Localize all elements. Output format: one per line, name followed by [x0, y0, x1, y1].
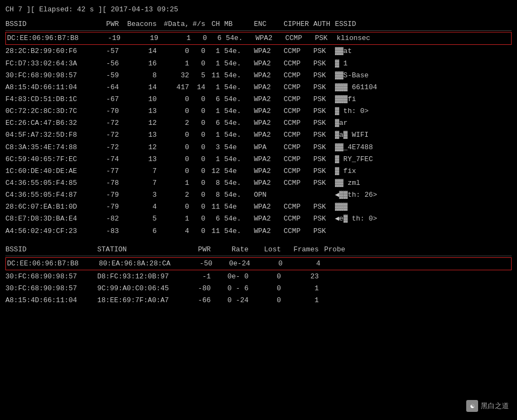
ap-cell-mb: 54e.: [224, 106, 254, 117]
ap-cell-auth: PSK: [313, 94, 335, 105]
ap-cell-enc: WPA2: [254, 202, 284, 212]
ap-cell-pwr: -72: [97, 142, 124, 153]
ap-cell-bssid: C8:E7:D8:3D:BA:E4: [5, 214, 97, 224]
ap-cell-enc: WPA2: [254, 130, 284, 141]
ap-table-row: C8:3A:35:4E:74:88 -72 12 0 0 3 54e WPA C…: [5, 142, 512, 154]
ap-table-row: FC:D7:33:02:64:3A -56 16 1 0 1 54e. WPA2…: [5, 58, 512, 70]
ap-cell-essid: ◀e▓ th: 0>: [335, 214, 512, 224]
ap-cell-mb: 54e.: [224, 82, 254, 93]
ap-cell-mb: 54e: [224, 202, 254, 212]
ap-cell-bssid: F4:83:CD:51:DB:1C: [5, 94, 97, 105]
ap-cell-data: 0: [162, 106, 192, 117]
ap-cell-beacons: 3: [124, 190, 162, 201]
ap-cell-bssid: 28:6C:07:EA:B1:0D: [5, 202, 97, 212]
ap-cell-data: 0: [162, 142, 192, 153]
st-cell-station: 9C:99:A0:C0:06:45: [97, 283, 189, 294]
ap-cell-essid: ▓ 1: [335, 58, 512, 69]
ap-cell-beacons: 19: [126, 33, 164, 44]
ap-cell-beacons: 10: [124, 94, 162, 105]
ap-cell-bssid: A4:56:02:49:CF:23: [5, 226, 97, 237]
ap-table-row: 04:5F:A7:32:5D:F8 -72 13 0 0 1 54e. WPA2…: [5, 129, 512, 141]
ap-cell-beacons: 13: [124, 154, 162, 165]
ap-cell-bssid: A8:15:4D:66:11:04: [5, 82, 97, 93]
ap-cell-pwr: -57: [97, 46, 124, 57]
ap-col-enc: ENC: [254, 19, 284, 30]
ap-cell-cipher: CCMP: [284, 82, 313, 93]
ap-cell-enc: WPA2: [254, 94, 284, 105]
ap-cell-s: 0: [192, 46, 208, 57]
ap-cell-auth: PSK: [313, 46, 335, 57]
ap-cell-beacons: 13: [124, 106, 162, 117]
ap-cell-enc: WPA2: [254, 226, 284, 237]
ap-table-row: C8:E7:D8:3D:BA:E4 -82 5 1 0 6 54e. WPA2 …: [5, 213, 512, 225]
ap-cell-essid: ▓ar: [335, 118, 512, 129]
ap-cell-data: 0: [162, 94, 192, 105]
ap-cell-auth: PSK: [313, 142, 335, 153]
st-cell-rate: 0e- 0: [216, 271, 254, 282]
ap-cell-s: 0: [192, 118, 208, 129]
station-table-row: DC:EE:06:96:B7:B8 80:EA:96:8A:28:CA -50 …: [5, 257, 512, 270]
ap-cell-essid: ▓▓ zml: [335, 178, 512, 189]
ap-cell-data: 2: [162, 190, 192, 201]
ap-cell-beacons: 13: [124, 130, 162, 141]
ap-cell-ch: 6: [210, 33, 226, 44]
ap-cell-mb: 54e.: [224, 46, 254, 57]
ap-cell-enc: WPA2: [254, 214, 284, 224]
ap-cell-essid: ▓▓at: [335, 46, 512, 57]
ap-cell-bssid: C4:36:55:05:F4:87: [5, 190, 97, 201]
ap-cell-essid: ▓ th: 0>: [335, 106, 512, 117]
ap-cell-pwr: -83: [97, 226, 124, 237]
ap-cell-bssid: 1C:60:DE:40:DE:AE: [5, 166, 97, 177]
ap-cell-pwr: -56: [97, 58, 124, 69]
ap-col-ch: CH: [208, 19, 224, 30]
st-cell-rate: 0 -24: [216, 295, 254, 306]
ap-cell-pwr: -74: [97, 154, 124, 165]
station-table-body: DC:EE:06:96:B7:B8 80:EA:96:8A:28:CA -50 …: [5, 257, 512, 307]
ap-cell-enc: WPA2: [254, 58, 284, 69]
st-cell-station: 80:EA:96:8A:28:CA: [99, 258, 191, 269]
ap-cell-cipher: CCMP: [284, 118, 313, 129]
ap-cell-s: 0: [192, 214, 208, 224]
ap-cell-cipher: CCMP: [284, 106, 313, 117]
ap-cell-auth: PSK: [313, 82, 335, 93]
ap-cell-beacons: 16: [124, 58, 162, 69]
ap-cell-beacons: 7: [124, 178, 162, 189]
ap-table-row: C4:36:55:05:F4:85 -78 7 1 0 8 54e. WPA2 …: [5, 177, 512, 189]
ap-table-row: F4:83:CD:51:DB:1C -67 10 0 0 6 54e. WPA2…: [5, 94, 512, 105]
ap-cell-data: 1: [164, 33, 193, 44]
st-col-probe: Probe: [324, 244, 512, 255]
ap-cell-beacons: 12: [124, 118, 162, 129]
ap-cell-mb: 54e.: [226, 33, 256, 44]
ap-table-row: 30:FC:68:90:98:57 -59 8 32 5 11 54e. WPA…: [5, 70, 512, 82]
ap-cell-pwr: -79: [97, 202, 124, 212]
ap-cell-pwr: -59: [97, 70, 124, 81]
ap-cell-pwr: -64: [97, 82, 124, 93]
ap-table-row: 28:2C:B2:99:60:F6 -57 14 0 0 1 54e. WPA2…: [5, 45, 512, 57]
ap-cell-bssid: C4:36:55:05:F4:85: [5, 178, 97, 189]
ap-cell-enc: WPA2: [254, 178, 284, 189]
ap-cell-enc: WPA2: [254, 118, 284, 129]
ap-cell-data: 0: [162, 202, 192, 212]
ap-cell-s: 0: [192, 202, 208, 212]
st-cell-station: D8:FC:93:12:0B:97: [97, 271, 189, 282]
ap-cell-essid: ▓▓_4E7488: [335, 142, 512, 153]
ap-cell-s: 0: [192, 94, 208, 105]
st-col-rate: Rate: [216, 244, 254, 255]
ap-col-pwr: PWR: [97, 19, 124, 30]
ap-cell-mb: 54e.: [224, 118, 254, 129]
ap-cell-mb: 54e: [224, 142, 254, 153]
ap-cell-pwr: -72: [97, 118, 124, 129]
ap-table-row: C4:36:55:05:F4:87 -79 3 2 0 8 54e. OPN ◀…: [5, 189, 512, 201]
st-cell-bssid: DC:EE:06:96:B7:B8: [7, 258, 99, 269]
watermark: ☯ 黑白之道: [466, 400, 509, 412]
ap-cell-auth: PSK: [313, 58, 335, 69]
ap-cell-ch: 1: [208, 58, 224, 69]
ap-cell-s: 0: [193, 33, 210, 44]
ap-cell-ch: 8: [208, 190, 224, 201]
ap-cell-mb: 54e.: [224, 130, 254, 141]
ap-cell-auth: PSK: [315, 33, 337, 44]
ap-cell-data: 0: [162, 154, 192, 165]
ap-cell-cipher: CCMP: [284, 178, 313, 189]
ap-cell-pwr: -67: [97, 94, 124, 105]
ap-col-cipher: CIPHER: [284, 19, 313, 30]
